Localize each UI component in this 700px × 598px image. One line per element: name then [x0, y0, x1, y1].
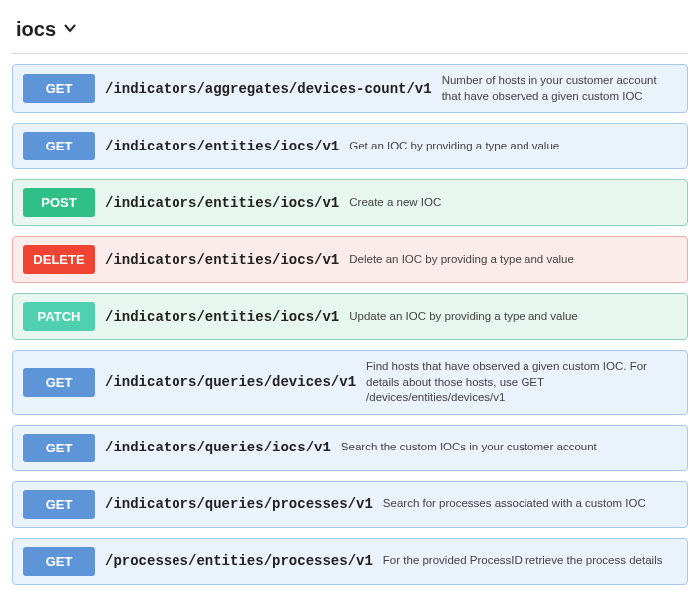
endpoint-desc: Get an IOC by providing a type and value — [349, 139, 677, 154]
endpoint-path: /indicators/queries/iocs/v1 — [105, 440, 331, 455]
method-badge: DELETE — [23, 245, 95, 274]
endpoint-desc: Create a new IOC — [349, 195, 677, 211]
method-badge: POST — [23, 188, 95, 217]
endpoint-row[interactable]: POST /indicators/entities/iocs/v1 Create… — [12, 179, 688, 226]
endpoint-path: /processes/entities/processes/v1 — [105, 553, 373, 569]
endpoint-path: /indicators/entities/iocs/v1 — [105, 252, 339, 268]
endpoint-row[interactable]: GET /indicators/aggregates/devices-count… — [12, 64, 688, 113]
method-badge: GET — [23, 434, 95, 462]
method-badge: GET — [23, 490, 95, 519]
endpoint-path: /indicators/aggregates/devices-count/v1 — [105, 81, 432, 97]
method-badge: GET — [23, 74, 95, 103]
endpoint-desc: Search for processes associated with a c… — [383, 496, 677, 512]
section-header[interactable]: iocs — [12, 12, 688, 54]
endpoint-row[interactable]: GET /indicators/queries/iocs/v1 Search t… — [12, 425, 688, 471]
endpoint-path: /indicators/entities/iocs/v1 — [105, 139, 339, 154]
endpoint-path: /indicators/queries/processes/v1 — [105, 496, 373, 512]
endpoint-row[interactable]: PATCH /indicators/entities/iocs/v1 Updat… — [12, 293, 688, 340]
method-badge: GET — [23, 132, 95, 160]
method-badge: GET — [23, 547, 95, 576]
endpoint-desc: Update an IOC by providing a type and va… — [349, 309, 677, 325]
chevron-down-icon — [62, 20, 78, 39]
endpoint-path: /indicators/entities/iocs/v1 — [105, 309, 339, 325]
method-badge: PATCH — [23, 302, 95, 331]
endpoint-row[interactable]: GET /indicators/entities/iocs/v1 Get an … — [12, 123, 688, 169]
endpoint-path: /indicators/queries/devices/v1 — [105, 374, 356, 390]
endpoint-desc: Number of hosts in your customer account… — [442, 73, 677, 104]
section-title: iocs — [16, 18, 56, 41]
endpoint-row[interactable]: GET /indicators/queries/devices/v1 Find … — [12, 350, 688, 415]
method-badge: GET — [23, 368, 95, 397]
endpoint-desc: For the provided ProcessID retrieve the … — [383, 553, 677, 569]
endpoint-desc: Search the custom IOCs in your customer … — [341, 440, 677, 455]
endpoint-row[interactable]: GET /processes/entities/processes/v1 For… — [12, 538, 688, 585]
endpoint-row[interactable]: DELETE /indicators/entities/iocs/v1 Dele… — [12, 236, 688, 283]
endpoint-desc: Find hosts that have observed a given cu… — [366, 359, 677, 406]
endpoints-list: GET /indicators/aggregates/devices-count… — [12, 64, 688, 585]
endpoint-path: /indicators/entities/iocs/v1 — [105, 195, 339, 211]
endpoint-desc: Delete an IOC by providing a type and va… — [349, 252, 677, 268]
endpoint-row[interactable]: GET /indicators/queries/processes/v1 Sea… — [12, 481, 688, 528]
